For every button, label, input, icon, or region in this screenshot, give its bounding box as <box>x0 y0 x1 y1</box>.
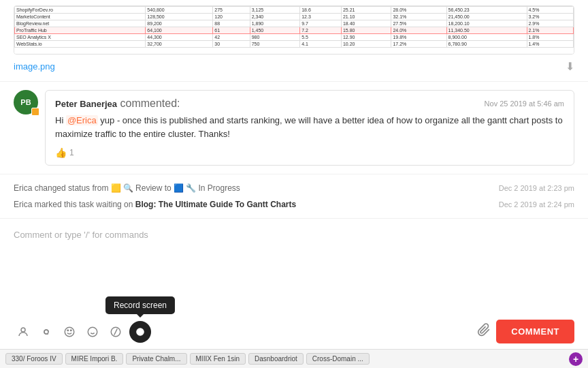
comment-input-area: Comment or type '/' for commands <box>0 219 588 349</box>
download-icon[interactable]: ⬇ <box>566 60 574 73</box>
activity-time-1: Dec 2 2019 at 2:23 pm <box>499 184 574 192</box>
comment-toolbar: Record screen COMMENT <box>14 314 574 343</box>
emoji-smile-icon-btn[interactable] <box>83 322 102 341</box>
at-icon-btn[interactable] <box>37 322 56 341</box>
svg-point-3 <box>67 330 69 331</box>
like-icon[interactable]: 👍 <box>55 147 67 158</box>
image-preview: ShopifyForDev.ro540,8002753,12518.625.21… <box>14 5 574 55</box>
slash-icon-btn[interactable] <box>106 322 125 341</box>
person-icon-btn[interactable] <box>14 322 33 341</box>
taskbar-item-4[interactable]: Dasnboardriot <box>248 353 304 365</box>
activity-time-2: Dec 2 2019 at 2:24 pm <box>499 200 574 209</box>
toolbar-right: COMMENT <box>477 320 574 343</box>
taskbar: 330/ Foroos IV MIRE Impori B. Private Ch… <box>0 349 588 368</box>
like-count: 1 <box>69 148 74 157</box>
svg-point-5 <box>88 327 97 337</box>
activity-item-1: Erica changed status from 🟨 🔍 Review to … <box>14 180 574 196</box>
activity-2-before: Erica marked this task waiting on <box>14 200 135 209</box>
taskbar-item-1[interactable]: MIRE Impori B. <box>65 353 124 365</box>
to-status: 🟦 🔧 In Progress <box>174 183 240 193</box>
taskbar-item-0[interactable]: 330/ Foroos IV <box>5 353 63 365</box>
spreadsheet-mock: ShopifyForDev.ro540,8002753,12518.625.21… <box>14 6 574 54</box>
record-btn-wrapper: Record screen <box>129 321 151 343</box>
like-section: 👍 1 <box>55 144 564 158</box>
comment-author-line: Peter Banerjea commented: <box>55 97 180 110</box>
comment-input[interactable]: Comment or type '/' for commands <box>14 226 574 314</box>
image-filename-link[interactable]: image.png <box>14 61 55 72</box>
activity-section: Erica changed status from 🟨 🔍 Review to … <box>0 174 588 219</box>
record-tooltip: Record screen <box>105 296 175 314</box>
mention: @Erica <box>66 115 98 125</box>
comment-section: PB Peter Banerjea commented: Nov 25 2019… <box>0 82 588 174</box>
image-filename-row: image.png ⬇ <box>14 60 574 73</box>
svg-point-4 <box>71 330 72 331</box>
comment-body: Hi @Erica yup - once this is published a… <box>55 114 564 140</box>
comment-submit-btn[interactable]: COMMENT <box>496 320 574 343</box>
task-link[interactable]: Blog: The Ultimate Guide To Gantt Charts <box>135 200 296 209</box>
toolbar-icons: Record screen <box>14 321 151 343</box>
comment-content: Peter Banerjea commented: Nov 25 2019 at… <box>45 90 574 166</box>
taskbar-item-2[interactable]: Private Chalm... <box>126 353 186 365</box>
taskbar-item-3[interactable]: MIIIX Fen 1sin <box>190 353 246 365</box>
activity-item-2: Erica marked this task waiting on Blog: … <box>14 196 574 213</box>
activity-text-2: Erica marked this task waiting on Blog: … <box>14 200 488 209</box>
image-section: ShopifyForDev.ro540,8002753,12518.625.21… <box>0 0 588 82</box>
activity-1-to: to <box>165 183 174 193</box>
taskbar-item-5[interactable]: Cross-Domain ... <box>306 353 370 365</box>
svg-point-0 <box>21 328 25 332</box>
avatar-badge <box>31 108 39 116</box>
taskbar-plus-btn[interactable]: + <box>569 352 583 366</box>
from-status: 🟨 🔍 Review <box>111 183 163 193</box>
record-screen-btn[interactable] <box>129 321 151 343</box>
comment-timestamp: Nov 25 2019 at 5:46 am <box>485 99 564 108</box>
avatar-initials: PB <box>20 98 31 106</box>
commenter-name: Peter Banerjea <box>55 99 117 109</box>
activity-text-1: Erica changed status from 🟨 🔍 Review to … <box>14 183 488 193</box>
commented-label: commented: <box>120 97 180 109</box>
comment-header: Peter Banerjea commented: Nov 25 2019 at… <box>55 97 564 110</box>
activity-1-before: Erica changed status from <box>14 183 111 193</box>
attachment-btn[interactable] <box>477 323 491 340</box>
main-container: ShopifyForDev.ro540,8002753,12518.625.21… <box>0 0 588 368</box>
svg-point-2 <box>65 327 74 337</box>
svg-line-7 <box>114 328 118 335</box>
comment-body-before: Hi <box>55 115 66 125</box>
comment-body-after: yup - once this is published and starts … <box>55 115 563 139</box>
avatar: PB <box>14 90 38 114</box>
emoji-positive-icon-btn[interactable] <box>60 322 79 341</box>
svg-point-8 <box>136 328 144 336</box>
